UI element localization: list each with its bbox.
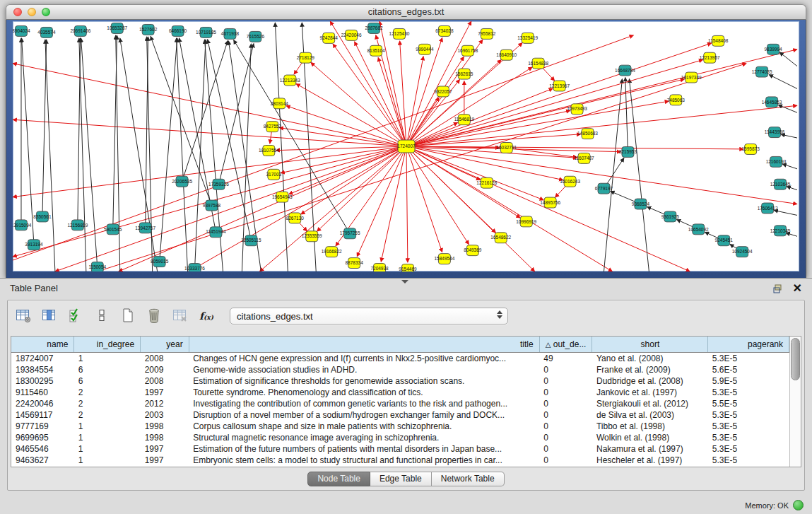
table-cell[interactable]: 9777169 — [11, 421, 74, 432]
table-scrollbar-thumb[interactable] — [791, 338, 800, 380]
table-cell[interactable]: Structural magnetic resonance image aver… — [189, 432, 539, 443]
table-cell[interactable]: 5.3E-5 — [708, 443, 789, 455]
graph-node-9990444[interactable]: 9990444 — [416, 44, 434, 54]
graph-node-19166822[interactable]: 19166822 — [322, 247, 342, 257]
graph-node-2803144[interactable]: 2803144 — [271, 98, 289, 109]
graph-node-9242844[interactable]: 9242844 — [320, 33, 339, 43]
table-cell[interactable]: Stergiakouli et al. (2012) — [592, 398, 708, 409]
graph-node-8267130[interactable]: 8267130 — [286, 213, 305, 223]
graph-node-11548408[interactable]: 11548408 — [708, 35, 729, 46]
graph-node-14850683[interactable]: 14850683 — [577, 129, 598, 139]
table-cell[interactable]: Franke et al. (2009) — [592, 364, 708, 375]
table-row[interactable]: 977716911998Corpus callosum shape and si… — [11, 421, 789, 432]
table-cell[interactable]: 5.6E-5 — [708, 364, 789, 375]
table-cell[interactable]: 0 — [539, 364, 592, 375]
table-cell[interactable]: Investigating the contribution of common… — [189, 398, 539, 409]
close-panel-icon[interactable]: ✕ — [793, 279, 802, 298]
table-cell[interactable]: 5.3E-5 — [708, 387, 789, 398]
table-cell[interactable]: 22420046 — [11, 398, 74, 409]
table-cell[interactable]: 18724007 — [11, 353, 74, 365]
table-cell[interactable]: 9115460 — [11, 387, 74, 398]
table-settings-button[interactable] — [13, 306, 33, 326]
table-cell[interactable]: 5.3E-5 — [708, 432, 789, 443]
table-cell[interactable]: 0 — [539, 443, 592, 455]
table-cell[interactable]: 5.3E-5 — [708, 455, 789, 466]
table-cell[interactable]: 1 — [74, 432, 141, 443]
table-cell[interactable]: 1 — [74, 443, 141, 455]
column-header-out_degree[interactable]: △ out_de... — [539, 337, 592, 353]
graph-node-12213957[interactable]: 12213957 — [700, 52, 720, 63]
table-cell[interactable]: 9465546 — [11, 443, 74, 455]
graph-node-16961758[interactable]: 16961758 — [457, 45, 478, 56]
table-cell[interactable]: 6 — [74, 364, 141, 375]
graph-node-8427552[interactable]: 8427552 — [264, 122, 282, 132]
graph-node-8878334[interactable]: 8878334 — [346, 258, 364, 269]
graph-node-6734028[interactable]: 6734028 — [435, 25, 454, 36]
graph-node-16032791[interactable]: 16032791 — [496, 143, 517, 153]
tab-edge-table[interactable]: Edge Table — [370, 472, 432, 486]
table-cell[interactable]: Wolkin et al. (1998) — [592, 432, 708, 443]
graph-node-9361925[interactable]: 9361925 — [661, 211, 680, 222]
table-cell[interactable]: 0 — [539, 409, 592, 421]
graph-node-1150054[interactable]: 1150054 — [88, 262, 106, 271]
graph-node-14895756[interactable]: 14895756 — [540, 197, 560, 208]
table-row[interactable]: 1872400712008Changes of HCN gene express… — [11, 353, 789, 365]
table-cell[interactable]: 1998 — [141, 432, 189, 443]
graph-node-1724007[interactable]: 1724007 — [397, 140, 416, 153]
column-header-short[interactable]: short — [592, 337, 708, 353]
table-cell[interactable]: 9463627 — [11, 455, 74, 466]
graph-node-12125430[interactable]: 12125430 — [389, 28, 410, 39]
table-cell[interactable]: Yano et al. (2008) — [592, 353, 708, 365]
table-cell[interactable]: 2 — [74, 387, 141, 398]
graph-node-12774035[interactable]: 12774035 — [752, 66, 772, 77]
graph-node-7204938[interactable]: 7204938 — [370, 264, 389, 271]
graph-node-12210345[interactable]: 12210345 — [770, 226, 791, 236]
table-cell[interactable]: 0 — [539, 421, 592, 432]
table-cell[interactable]: 0 — [539, 455, 592, 466]
graph-node-17606413[interactable]: 17606413 — [758, 203, 778, 214]
minimize-window-button[interactable] — [28, 8, 36, 16]
row-selection-checks-button[interactable] — [66, 306, 86, 326]
table-cell[interactable]: Jankovic et al. (1997) — [592, 387, 708, 398]
graph-node-7955812[interactable]: 7955812 — [478, 28, 496, 39]
table-cell[interactable]: Changes of HCN gene expression and I(f) … — [189, 353, 539, 365]
graph-node-8904024[interactable]: 8904024 — [13, 25, 30, 36]
graph-node-14645853[interactable]: 14645853 — [762, 97, 782, 107]
table-cell[interactable]: Corpus callosum shape and size in male p… — [189, 421, 539, 432]
graph-node-3913194[interactable]: 3913194 — [25, 240, 43, 250]
table-cell[interactable]: 0 — [539, 432, 592, 443]
table-cell[interactable]: 0 — [539, 398, 592, 409]
table-cell[interactable]: Hescheler et al. (1997) — [592, 455, 708, 466]
function-builder-button[interactable]: f(x) — [196, 306, 216, 326]
table-cell[interactable]: 1997 — [141, 455, 189, 466]
table-cell[interactable]: 2 — [74, 398, 141, 409]
graph-node-9154469[interactable]: 9154469 — [399, 264, 417, 271]
graph-node-6466190[interactable]: 6466190 — [169, 25, 187, 36]
graph-node-15849544[interactable]: 15849544 — [434, 254, 454, 264]
column-header-name[interactable]: name — [11, 337, 74, 353]
table-row[interactable]: 1456911722003Disruption of a novel membe… — [11, 409, 789, 421]
table-cell[interactable]: Embryonic stem cells: a model to study s… — [189, 455, 539, 466]
table-cell[interactable]: 1997 — [141, 443, 189, 455]
graph-node-12505115[interactable]: 12505115 — [241, 235, 261, 246]
table-row[interactable]: 1938455462009Genome-wide association stu… — [11, 364, 789, 375]
graph-node-12160193[interactable]: 12160193 — [766, 156, 787, 167]
split-view-button[interactable] — [92, 306, 112, 326]
graph-node-11443958[interactable]: 11443958 — [765, 127, 785, 138]
graph-node-1527602[interactable]: 1527602 — [139, 24, 158, 35]
table-cell[interactable]: Tourette syndrome. Phenomenology and cla… — [189, 387, 539, 398]
graph-node-16548622[interactable]: 16548622 — [490, 233, 511, 243]
table-cell[interactable]: Genome-wide association studies in ADHD. — [189, 364, 539, 375]
graph-node-1562615[interactable]: 1562615 — [455, 69, 473, 79]
graph-node-13325419[interactable]: 13325419 — [517, 33, 538, 43]
column-header-title[interactable]: title — [189, 337, 539, 353]
graph-node-16648784[interactable]: 16648784 — [615, 65, 635, 76]
network-canvas[interactable]: 8904024403557420691406106532871527602646… — [13, 21, 799, 271]
column-header-year[interactable]: year — [141, 337, 189, 353]
graph-node-7485063[interactable]: 7485063 — [667, 95, 686, 105]
table-cell[interactable]: 1998 — [141, 421, 189, 432]
graph-node-22420046[interactable]: 22420046 — [341, 30, 362, 40]
table-row[interactable]: 911546021997Tourette syndrome. Phenomeno… — [11, 387, 789, 398]
network-window-titlebar[interactable]: citations_edges.txt — [6, 4, 806, 20]
table-cell[interactable]: 2 — [74, 409, 141, 421]
